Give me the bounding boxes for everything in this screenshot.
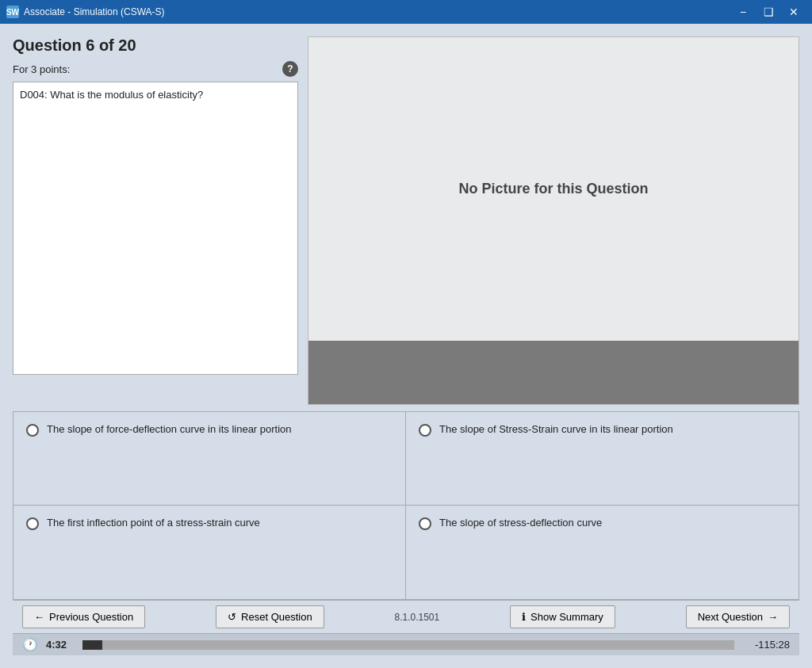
points-label: For 3 points: [13,63,70,75]
titlebar-title: Associate - Simulation (CSWA-S) [24,6,165,17]
right-panel: No Picture for this Question [308,36,799,405]
main-content: Question 6 of 20 For 3 points: ? D004: W… [0,24,812,668]
radio-d[interactable] [419,517,431,530]
picture-area: No Picture for this Question [308,37,799,341]
bottom-bar: ← Previous Question ↺ Reset Question 8.1… [13,600,799,633]
answer-c[interactable]: The first inflection point of a stress-s… [13,506,406,600]
progress-bar-fill [82,640,102,650]
left-panel: Question 6 of 20 For 3 points: ? D004: W… [13,36,298,405]
question-title: Question 6 of 20 [13,36,298,55]
no-picture-label: No Picture for this Question [458,181,648,197]
answer-b[interactable]: The slope of Stress-Strain curve in its … [406,411,799,506]
app-icon: SW [6,6,19,18]
answers-section: The slope of force-deflection curve in i… [13,411,799,600]
answer-a[interactable]: The slope of force-deflection curve in i… [13,411,406,506]
elapsed-time: 4:32 [46,639,75,651]
clock-icon: 🕐 [22,637,38,652]
picture-bottom-bar [308,341,799,404]
progress-bar-container [82,640,734,650]
minimize-button[interactable]: − [731,4,755,20]
answer-a-text: The slope of force-deflection curve in i… [47,423,292,435]
next-arrow-icon: → [768,611,778,623]
timer-bar: 🕐 4:32 -115:28 [13,633,799,655]
next-question-label: Next Question [698,611,763,623]
help-icon[interactable]: ? [282,61,298,77]
prev-question-label: Previous Question [49,611,133,623]
titlebar-controls: − ❑ ✕ [731,4,806,20]
answer-d[interactable]: The slope of stress-deflection curve [406,506,799,600]
reset-question-button[interactable]: ↺ Reset Question [216,605,324,628]
close-button[interactable]: ✕ [782,4,806,20]
points-row: For 3 points: ? [13,61,298,77]
titlebar-left: SW Associate - Simulation (CSWA-S) [6,6,165,18]
show-summary-button[interactable]: ℹ Show Summary [510,605,615,628]
info-icon: ℹ [522,611,526,623]
restore-button[interactable]: ❑ [756,4,780,20]
top-section: Question 6 of 20 For 3 points: ? D004: W… [13,36,799,405]
titlebar: SW Associate - Simulation (CSWA-S) − ❑ ✕ [0,0,812,24]
question-box: D004: What is the modulus of elasticity? [13,82,298,375]
reset-icon: ↺ [228,611,236,623]
answer-b-text: The slope of Stress-Strain curve in its … [439,423,673,435]
version-label: 8.1.0.1501 [395,612,440,623]
prev-arrow-icon: ← [34,611,44,623]
answers-grid: The slope of force-deflection curve in i… [13,411,799,600]
radio-c[interactable] [26,517,39,530]
radio-a[interactable] [26,424,39,437]
reset-question-label: Reset Question [241,611,312,623]
answer-c-text: The first inflection point of a stress-s… [47,517,260,529]
prev-question-button[interactable]: ← Previous Question [22,605,145,628]
next-question-button[interactable]: Next Question → [686,605,790,628]
summary-label: Show Summary [530,611,603,623]
answer-d-text: The slope of stress-deflection curve [439,517,602,529]
radio-b[interactable] [419,424,431,437]
question-text: D004: What is the modulus of elasticity? [20,89,203,101]
remaining-time: -115:28 [742,639,790,651]
